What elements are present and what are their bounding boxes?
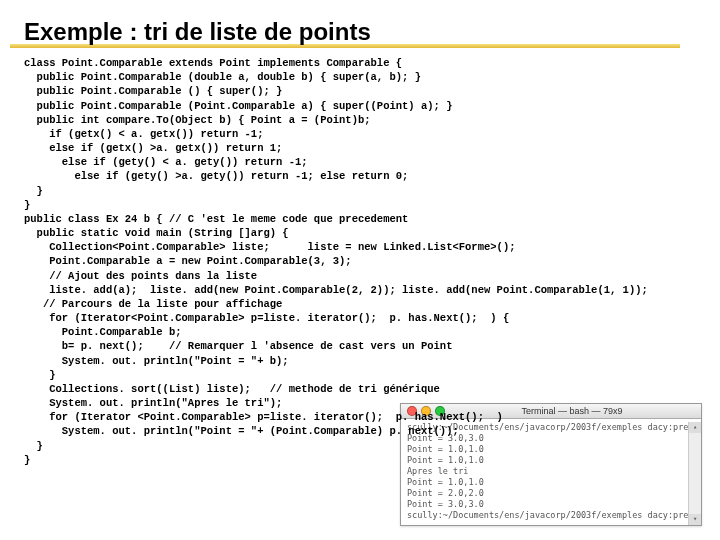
code-block: class Point.Comparable extends Point imp… [24, 56, 696, 467]
scroll-down-icon[interactable]: ▾ [689, 514, 701, 525]
slide-title: Exemple : tri de liste de points [24, 18, 696, 46]
